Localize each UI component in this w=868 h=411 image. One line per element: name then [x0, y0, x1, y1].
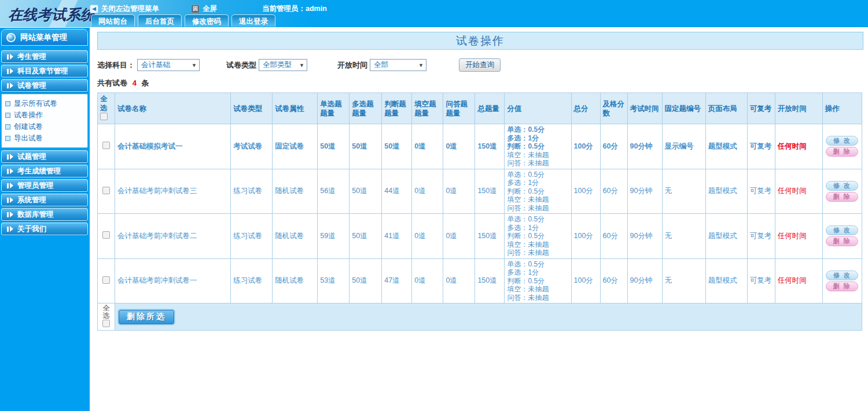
score-line: 单选：0.5分 [507, 125, 568, 134]
open-time-select[interactable]: 全部 ▼ [370, 59, 426, 71]
row-actions: 修 改 删 除 [822, 214, 862, 259]
tab-change-password[interactable]: 修改密码 [185, 14, 229, 27]
score-line: 填空：未抽题 [507, 151, 568, 160]
subject-select-value: 会计基础 [141, 60, 170, 70]
submenu-show-all-papers[interactable]: 显示所有试卷 [5, 98, 87, 109]
blank-count: 0道 [412, 214, 443, 259]
col-score-values: 分值 [505, 93, 571, 124]
score-values: 单选：0.5分 多选：1分 判断：0.5分 填空：未抽题 问答：未抽题 [505, 258, 571, 303]
current-admin-label: 当前管理员：admin [262, 4, 327, 14]
row-checkbox[interactable] [102, 187, 110, 194]
page-title: 试卷操作 [456, 34, 505, 49]
row-checkbox[interactable] [102, 231, 110, 239]
score-line: 单选：0.5分 [507, 171, 568, 179]
score-line: 问答：未抽题 [507, 159, 568, 168]
sidebar-item-question-mgmt[interactable]: 试题管理 [1, 150, 88, 163]
row-checkbox[interactable] [102, 142, 110, 149]
arrow-icon [7, 54, 13, 60]
col-retake: 可复考 [747, 93, 775, 124]
single-count: 59道 [318, 214, 350, 259]
sidebar-item-score-mgmt[interactable]: 考生成绩管理 [1, 165, 88, 177]
tab-admin-home[interactable]: 后台首页 [138, 14, 182, 27]
paper-type-select[interactable]: 全部类型 ▼ [259, 59, 307, 71]
submenu-paper-operation[interactable]: 试卷操作 [5, 109, 87, 121]
fullscreen-button[interactable]: 回 全屏 [191, 4, 217, 14]
score-line: 判断：0.5分 [507, 142, 568, 151]
sidebar-item-label: 考生成绩管理 [17, 166, 61, 176]
paper-attr: 固定试卷 [273, 124, 318, 169]
col-actions: 操作 [822, 93, 862, 124]
sidebar-item-database-mgmt[interactable]: 数据库管理 [1, 208, 88, 221]
select-all-label: 全选 [100, 94, 112, 113]
sidebar-header-label: 网站菜单管理 [20, 32, 67, 43]
open-time: 任何时间 [775, 124, 822, 169]
score-line: 单选：0.5分 [507, 260, 568, 269]
paper-type: 考试试卷 [231, 124, 273, 169]
submenu-create-paper[interactable]: 创建试卷 [5, 121, 87, 132]
score-values: 单选：0.5分 多选：1分 判断：0.5分 填空：未抽题 问答：未抽题 [505, 124, 571, 169]
submenu-label: 试卷操作 [14, 110, 43, 120]
footer-select-all-checkbox[interactable] [102, 320, 110, 327]
sidebar-item-subject-chapter-mgmt[interactable]: 科目及章节管理 [1, 65, 88, 77]
col-total-score: 总分 [571, 93, 600, 124]
row-actions: 修 改 删 除 [822, 124, 862, 169]
score-line: 填空：未抽题 [507, 285, 568, 294]
sidebar-item-about-us[interactable]: 关于我们 [1, 223, 88, 235]
chevron-down-icon: ▼ [192, 62, 197, 68]
col-paper-attr: 试卷属性 [273, 93, 318, 124]
delete-button[interactable]: 删 除 [826, 236, 858, 246]
submenu-export-paper[interactable]: 导出试卷 [5, 132, 87, 144]
total-count: 150道 [475, 169, 505, 214]
sidebar-item-admin-mgmt[interactable]: 管理员管理 [1, 179, 88, 192]
open-time-select-value: 全部 [374, 60, 388, 70]
table-footer-row: 全选 删除所选 [98, 303, 862, 331]
total-score: 100分 [571, 214, 600, 259]
row-checkbox[interactable] [102, 276, 110, 284]
footer-select-all-label: 全选 [100, 305, 112, 320]
qa-count: 0道 [443, 169, 475, 214]
tab-site-front[interactable]: 网站前台 [91, 14, 135, 27]
edit-button[interactable]: 修 改 [826, 271, 858, 280]
sidebar-item-system-mgmt[interactable]: 系统管理 [1, 194, 88, 206]
sidebar-item-examinee-mgmt[interactable]: 考生管理 [1, 50, 88, 63]
sidebar-item-paper-mgmt[interactable]: 试卷管理 [1, 79, 88, 92]
start-query-button[interactable]: 开始查询 [459, 58, 501, 72]
arrow-icon [7, 197, 13, 203]
top-bar: 在线考试系统 ◀ 关闭左边管理菜单 回 全屏 当前管理员：admin 网站前台 … [0, 0, 868, 27]
delete-button[interactable]: 删 除 [826, 147, 858, 157]
sphere-icon [6, 33, 16, 42]
filter-row: 选择科目： 会计基础 ▼ 试卷类型 全部类型 ▼ 开放时间 全部 ▼ 开始查询 [97, 58, 863, 72]
page-layout: 题型模式 [705, 214, 747, 259]
qa-count: 0道 [443, 258, 475, 303]
exam-time: 90分钟 [627, 124, 662, 169]
type-filter-label: 试卷类型 [226, 60, 256, 71]
subject-select[interactable]: 会计基础 ▼ [137, 59, 200, 71]
total-count: 150道 [475, 258, 505, 303]
select-all-checkbox[interactable] [100, 113, 108, 120]
edit-button[interactable]: 修 改 [826, 136, 858, 146]
col-qa-count: 问答题题量 [443, 93, 475, 124]
open-time-filter-label: 开放时间 [337, 60, 367, 71]
multi-count: 50道 [350, 214, 382, 259]
col-judge-count: 判断题题量 [382, 93, 412, 124]
square-bullet-icon [5, 136, 10, 141]
delete-selected-button[interactable]: 删除所选 [119, 310, 174, 324]
tab-logout[interactable]: 退出登录 [231, 14, 275, 27]
open-time: 任何时间 [775, 169, 822, 214]
pass-score: 60分 [600, 214, 627, 259]
delete-button[interactable]: 删 除 [826, 192, 858, 202]
arrow-icon [7, 183, 13, 188]
retake: 可复考 [747, 258, 775, 303]
close-left-menu-button[interactable]: ◀ 关闭左边管理菜单 [90, 4, 159, 14]
blank-count: 0道 [412, 124, 443, 169]
count-suffix: 条 [141, 79, 149, 87]
judge-count: 50道 [382, 124, 412, 169]
delete-button[interactable]: 删 除 [826, 282, 858, 291]
col-blank-count: 填空题题量 [412, 93, 443, 124]
arrow-icon [7, 154, 13, 160]
edit-button[interactable]: 修 改 [826, 225, 858, 235]
paper-attr: 随机试卷 [273, 169, 318, 214]
fixed-number: 显示编号 [662, 124, 705, 169]
score-line: 判断：0.5分 [507, 232, 568, 240]
edit-button[interactable]: 修 改 [826, 181, 858, 191]
